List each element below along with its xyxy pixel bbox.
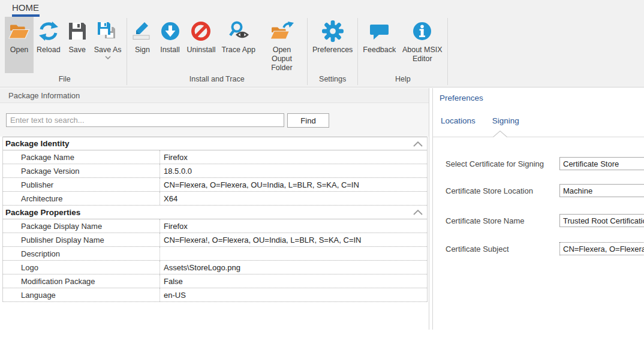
save-as-icon bbox=[95, 19, 121, 44]
table-row: Package Version18.5.0.0 bbox=[3, 164, 427, 178]
row-value[interactable]: en-US bbox=[160, 288, 427, 301]
field-input-certificate-store-location[interactable]: Machine bbox=[559, 184, 644, 197]
row-label: Modification Package bbox=[3, 274, 160, 288]
row-label: Description bbox=[3, 247, 160, 260]
package-information-panel: Package Information Find Package Identit… bbox=[0, 88, 429, 330]
row-label: Publisher bbox=[3, 178, 160, 191]
uninstall-icon bbox=[190, 19, 212, 44]
tab-home[interactable]: HOME bbox=[12, 2, 39, 13]
ribbon-button-label: Reload bbox=[37, 46, 61, 55]
ribbon-button-feedback[interactable]: Feedback bbox=[360, 17, 399, 73]
reload-icon bbox=[37, 19, 60, 44]
selected-tab-caret-icon bbox=[493, 131, 507, 137]
section-title: Package Properties bbox=[5, 208, 80, 217]
ribbon-groups: OpenReloadSaveSave AsFileSignInstallUnin… bbox=[0, 17, 644, 86]
group-separator bbox=[307, 18, 308, 85]
find-button[interactable]: Find bbox=[287, 113, 329, 128]
preferences-tabs: LocationsSigning bbox=[441, 116, 519, 125]
ribbon-button-label: About MSIX Editor bbox=[402, 46, 443, 64]
row-value[interactable]: Firefox bbox=[160, 150, 427, 164]
preferences-gear-icon bbox=[321, 19, 344, 44]
row-value[interactable] bbox=[160, 247, 427, 260]
ribbon-group-file: OpenReloadSaveSave AsFile bbox=[5, 17, 125, 85]
row-value[interactable]: CN=Flexera!, O=Flexera, OU=India, L=BLR,… bbox=[160, 233, 427, 246]
ribbon-button-reload[interactable]: Reload bbox=[34, 17, 64, 73]
field-input-certificate-store-name[interactable]: Trusted Root Certificatio bbox=[559, 214, 644, 227]
ribbon-button-label: Feedback bbox=[363, 46, 396, 55]
row-label: Language bbox=[3, 288, 160, 301]
ribbon-button-label: Trace App bbox=[221, 46, 255, 55]
tab-home-underline bbox=[12, 14, 40, 17]
field-label-certificate-subject: Certificate Subject bbox=[446, 245, 509, 254]
row-value[interactable]: Assets\StoreLogo.png bbox=[160, 261, 427, 274]
about-info-icon bbox=[411, 19, 433, 44]
section-header-package-identity: Package Identity bbox=[3, 137, 427, 150]
table-row: Description bbox=[3, 247, 427, 261]
row-label: Logo bbox=[3, 261, 160, 274]
table-row: Package NameFirefox bbox=[3, 150, 427, 164]
ribbon-button-label: Save bbox=[68, 46, 86, 55]
ribbon-button-label: Preferences bbox=[312, 46, 353, 55]
ribbon-button-install[interactable]: Install bbox=[157, 17, 184, 73]
ribbon-button-open-ouput-folder[interactable]: Open Ouput Folder bbox=[258, 17, 305, 73]
ribbon-button-label: Install bbox=[160, 46, 180, 55]
open-output-folder-icon bbox=[269, 19, 294, 44]
row-label: Package Name bbox=[3, 150, 160, 164]
ribbon-button-label: Sign bbox=[135, 46, 150, 55]
preferences-panel: Preferences LocationsSigning Select Cert… bbox=[432, 88, 644, 330]
group-separator bbox=[127, 18, 127, 85]
panel-title: Package Information bbox=[0, 88, 429, 103]
search-input[interactable] bbox=[6, 113, 284, 127]
tab-locations[interactable]: Locations bbox=[441, 116, 476, 125]
tab-separator-line bbox=[433, 137, 644, 137]
group-separator bbox=[357, 18, 358, 85]
group-separator bbox=[447, 18, 448, 85]
chevron-down-icon bbox=[105, 56, 111, 59]
ribbon-button-open[interactable]: Open bbox=[5, 17, 34, 73]
table-row: Languageen-US bbox=[3, 288, 427, 302]
search-bar: Find bbox=[0, 103, 429, 137]
ribbon-button-sign[interactable]: Sign bbox=[129, 17, 157, 73]
row-value[interactable]: 18.5.0.0 bbox=[160, 164, 427, 177]
table-row: Package Display NameFirefox bbox=[3, 219, 427, 233]
row-label: Publisher Display Name bbox=[3, 233, 160, 246]
tab-signing[interactable]: Signing bbox=[492, 116, 519, 125]
collapse-chevron-icon[interactable] bbox=[413, 141, 423, 147]
row-value[interactable]: Firefox bbox=[160, 219, 427, 233]
ribbon-button-label: Open Ouput Folder bbox=[261, 46, 302, 73]
install-icon bbox=[160, 19, 181, 44]
ribbon-group-help: FeedbackAbout MSIX EditorHelp bbox=[360, 17, 446, 85]
ribbon-group-settings: PreferencesSettings bbox=[309, 17, 356, 85]
section-title: Package Identity bbox=[5, 139, 70, 148]
ribbon-tab-row: HOME bbox=[0, 0, 644, 17]
ribbon-group-label: Install and Trace bbox=[129, 75, 305, 85]
field-label-certificate-store-location: Certificate Store Location bbox=[446, 186, 533, 195]
field-label-select-certificate-for-signing: Select Certificate for Signing bbox=[446, 159, 544, 168]
package-table: Package IdentityPackage NameFirefoxPacka… bbox=[2, 137, 428, 302]
row-label: Package Display Name bbox=[3, 219, 160, 233]
ribbon-group-install-and-trace: SignInstallUninstallTrace AppOpen Ouput … bbox=[129, 17, 305, 85]
table-row: Modification PackageFalse bbox=[3, 274, 427, 288]
section-header-package-properties: Package Properties bbox=[3, 206, 427, 219]
ribbon-button-label: Open bbox=[10, 46, 29, 55]
ribbon: HOME OpenReloadSaveSave AsFileSignInstal… bbox=[0, 0, 644, 87]
ribbon-button-label: Uninstall bbox=[187, 46, 216, 55]
row-value[interactable]: CN=Flexera, O=Flexera, OU=India, L=BLR, … bbox=[160, 178, 427, 191]
ribbon-button-preferences[interactable]: Preferences bbox=[309, 17, 356, 73]
ribbon-button-save-as[interactable]: Save As bbox=[91, 17, 125, 73]
row-value[interactable]: X64 bbox=[160, 192, 427, 205]
field-input-certificate-subject[interactable]: CN=Flexera, O=Flexera, bbox=[559, 242, 644, 255]
ribbon-group-label: File bbox=[5, 75, 125, 85]
ribbon-button-save[interactable]: Save bbox=[64, 17, 91, 73]
field-label-certificate-store-name: Certificate Store Name bbox=[446, 216, 525, 225]
row-value[interactable]: False bbox=[160, 274, 427, 288]
ribbon-group-label: Settings bbox=[309, 75, 356, 85]
ribbon-button-about-msix-editor[interactable]: About MSIX Editor bbox=[399, 17, 446, 73]
table-row: ArchitectureX64 bbox=[3, 192, 427, 206]
table-row: PublisherCN=Flexera, O=Flexera, OU=India… bbox=[3, 178, 427, 192]
trace-app-icon bbox=[227, 19, 250, 44]
ribbon-button-uninstall[interactable]: Uninstall bbox=[184, 17, 219, 73]
ribbon-button-trace-app[interactable]: Trace App bbox=[218, 17, 258, 73]
collapse-chevron-icon[interactable] bbox=[413, 210, 423, 215]
field-input-select-certificate-for-signing[interactable]: Certificate Store bbox=[559, 157, 644, 170]
